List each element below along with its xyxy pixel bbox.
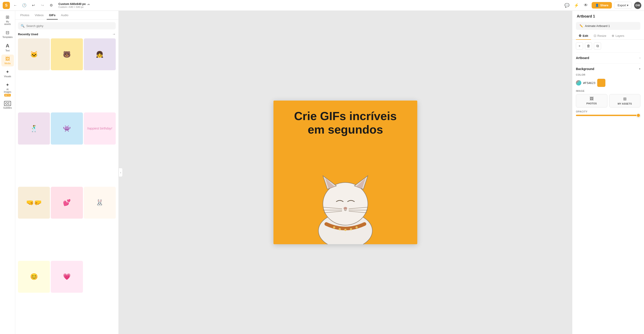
svg-point-14 <box>339 228 341 230</box>
edit-icon: ⚙ <box>578 34 582 37</box>
visuals-icon: ✦ <box>6 69 10 74</box>
color-swatch[interactable] <box>597 79 605 87</box>
beta-badge: BETA <box>4 94 11 96</box>
opacity-slider[interactable] <box>576 115 640 116</box>
tab-edit[interactable]: ⚙ Edit <box>576 32 591 40</box>
opacity-row: OPACITY <box>576 108 640 119</box>
text-label: Text <box>6 49 10 52</box>
artboard-section: Artboard › <box>572 52 644 63</box>
search-icon: 🔍 <box>21 24 24 28</box>
recently-used-label: Recently Used <box>18 32 38 36</box>
export-button[interactable]: Export ▾ <box>614 2 632 9</box>
artboard-section-header[interactable]: Artboard › <box>576 54 640 61</box>
search-input[interactable] <box>26 24 113 28</box>
chevron-down-icon: ▾ <box>627 3 628 7</box>
svg-point-16 <box>350 228 352 230</box>
cloud-save-icon: ☁ <box>87 2 90 5</box>
project-subtitle: Custom • 640 × 640 px <box>58 5 560 8</box>
assets-label: My assets <box>3 20 12 25</box>
svg-point-1 <box>323 182 368 225</box>
edit-tabs: ⚙ Edit ⊡ Resize ⊕ Layers <box>572 32 644 40</box>
svg-point-17 <box>356 226 358 229</box>
tab-gifs[interactable]: GIFs <box>47 11 58 19</box>
image-buttons: 🖼 PHOTOS ⊞ MY ASSETS <box>576 94 640 107</box>
share-icon: 👤 <box>595 3 599 7</box>
ai-label: AI Images <box>3 88 12 93</box>
media-label: Media <box>4 62 10 65</box>
sidebar-item-media[interactable]: 🖼 Media <box>1 54 14 66</box>
avatar[interactable]: GW <box>634 2 641 9</box>
media-tabs: Photos Videos GIFs Audio <box>15 11 118 19</box>
gif-item-pooh[interactable]: 🐻 <box>51 38 83 112</box>
gif-item-birthday[interactable]: happiest birthday! <box>84 112 116 186</box>
gif-item-girl[interactable]: 👧 <box>84 38 116 112</box>
subtitles-icon: CC <box>4 101 11 106</box>
background-section-title: Background <box>576 67 594 71</box>
panel-collapse-button[interactable]: ‹ <box>119 168 123 177</box>
undo-button[interactable]: ↩ <box>30 2 37 9</box>
recently-used-row: Recently Used → <box>15 32 118 36</box>
artboard-actions: + 🗑 ⧉ <box>572 40 644 52</box>
gif-item-bunny[interactable]: 🐰 <box>84 187 116 260</box>
settings-button[interactable]: ⚙ <box>48 2 55 9</box>
templates-label: Templates <box>2 36 13 38</box>
sidebar-item-text[interactable]: A Text <box>1 41 14 54</box>
ai-icon: ✦ <box>6 82 10 87</box>
svg-point-6 <box>344 207 347 210</box>
duplicate-layer-button[interactable]: ⧉ <box>594 42 601 50</box>
color-picker-icon[interactable] <box>576 80 581 85</box>
canvas[interactable]: Crie GIFs incríveis em segundos <box>274 101 417 244</box>
tab-videos[interactable]: Videos <box>32 11 46 19</box>
delete-layer-button[interactable]: 🗑 <box>585 42 592 50</box>
resize-icon: ⊡ <box>594 34 596 37</box>
add-layer-button[interactable]: + <box>576 42 583 50</box>
gif-item-man[interactable]: 🕺 <box>18 112 50 186</box>
opacity-label: OPACITY <box>576 110 640 113</box>
background-chevron-icon: ▾ <box>639 67 640 70</box>
share-button[interactable]: 👤 Share <box>592 2 612 8</box>
search-box[interactable]: 🔍 <box>18 22 116 29</box>
gif-item-cat[interactable]: 🐱 <box>18 38 50 112</box>
tab-audio[interactable]: Audio <box>59 11 70 19</box>
photos-icon: 🖼 <box>590 96 594 101</box>
history-button[interactable]: 🕐 <box>21 2 28 9</box>
visuals-label: Visuals <box>4 75 11 78</box>
my-assets-icon: ⊞ <box>623 96 626 101</box>
back-button[interactable]: ← <box>12 2 19 9</box>
comments-button[interactable]: 💬 <box>563 2 570 9</box>
tab-photos[interactable]: Photos <box>18 11 32 19</box>
sidebar-item-subtitles[interactable]: CC Subtitles <box>1 99 14 111</box>
image-section: IMAGE 🖼 PHOTOS ⊞ MY ASSETS <box>576 88 640 108</box>
tab-layers[interactable]: ⊕ Layers <box>609 32 627 40</box>
project-title: Custom 640x640 px ☁ <box>58 2 560 5</box>
main-area: ⊞ My assets ⊟ Templates A Text 🖼 Media ✦… <box>0 11 644 334</box>
canvas-area: ‹ Crie GIFs incríveis em segundos <box>119 11 572 334</box>
topbar-right: 💬 ⚡ 👁 👤 Share Export ▾ GW <box>563 2 641 9</box>
topbar: S ← 🕐 ↩ ↪ ⚙ Custom 640x640 px ☁ Custom •… <box>0 0 644 11</box>
gif-item-hearts[interactable]: 💕 <box>51 187 83 260</box>
gif-item-emoji2[interactable]: 😊 <box>18 261 50 334</box>
search-area: 🔍 <box>15 19 118 32</box>
photos-button[interactable]: 🖼 PHOTOS <box>576 94 607 107</box>
my-assets-button[interactable]: ⊞ MY ASSETS <box>609 94 641 107</box>
opacity-thumb[interactable] <box>636 113 640 117</box>
preview-button[interactable]: 👁 <box>582 2 590 9</box>
redo-button[interactable]: ↪ <box>39 2 46 9</box>
gif-item-hearts2[interactable]: 💗 <box>51 261 83 334</box>
background-section-header[interactable]: Background ▾ <box>576 65 640 72</box>
sidebar-item-ai-images[interactable]: ✦ AI Images BETA <box>1 80 14 98</box>
templates-icon: ⊟ <box>6 30 10 35</box>
animate-artboard-button[interactable]: ✏️ Animate Artboard 1 <box>576 22 640 30</box>
artboard-title: Artboard 1 <box>572 11 644 20</box>
gif-item-stitch[interactable]: 👾 <box>51 112 83 186</box>
color-hex-value: #F5A623 <box>583 81 596 85</box>
gif-item-hands[interactable]: 🤜🤛 <box>18 187 50 260</box>
svg-point-13 <box>333 226 335 229</box>
app-logo[interactable]: S <box>3 2 10 9</box>
sidebar-item-visuals[interactable]: ✦ Visuals <box>1 67 14 79</box>
tab-resize[interactable]: ⊡ Resize <box>591 32 609 40</box>
sidebar-item-templates[interactable]: ⊟ Templates <box>1 28 14 40</box>
sidebar-item-assets[interactable]: ⊞ My assets <box>1 12 14 27</box>
recently-used-arrow[interactable]: → <box>112 32 116 36</box>
flash-button[interactable]: ⚡ <box>573 2 580 9</box>
